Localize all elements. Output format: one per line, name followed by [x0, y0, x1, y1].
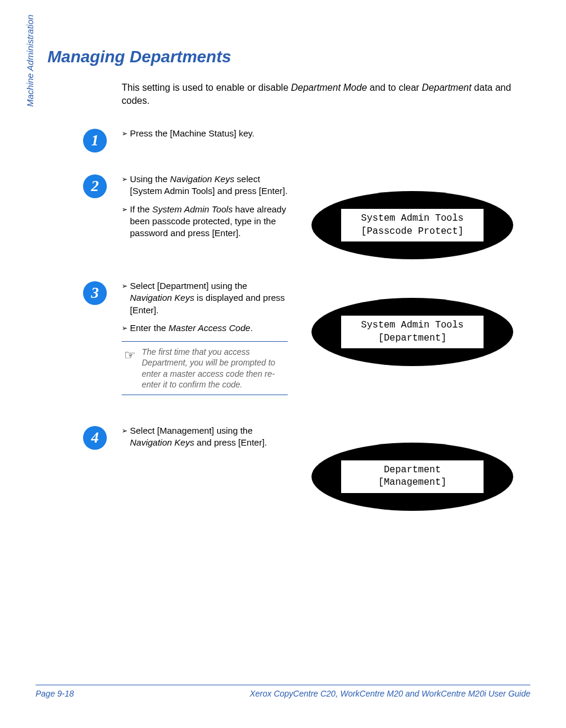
display-column: System Admin Tools [Passcode Protect] — [288, 173, 530, 259]
step-body: ➢ Select [Department] using the Navigati… — [122, 280, 288, 395]
lcd-screen: Department [Management] — [341, 460, 484, 493]
italic-text: Navigation Keys — [130, 293, 194, 303]
lcd-line-1: System Admin Tools — [361, 319, 464, 332]
pointing-hand-icon: ☞ — [124, 346, 142, 390]
bullet-item: ➢ Press the [Machine Status] key. — [122, 128, 288, 139]
italic-text: System Admin Tools — [152, 204, 233, 214]
text: Select [Management] using the — [130, 425, 253, 435]
note-box: ☞ The first time that you access Departm… — [122, 341, 288, 395]
step-number-icon: 2 — [83, 174, 107, 198]
page-title: Managing Departments — [47, 47, 530, 66]
text: and press [Enter]. — [194, 437, 267, 447]
bullet-text: Select [Department] using the Navigation… — [130, 280, 288, 316]
italic-text: Master Access Code — [168, 323, 250, 333]
lcd-screen: System Admin Tools [Passcode Protect] — [341, 209, 484, 241]
step-number-icon: 3 — [83, 281, 107, 305]
lcd-line-2: [Management] — [378, 476, 446, 489]
bullet-item: ➢ Using the Navigation Keys select [Syst… — [122, 173, 288, 198]
lcd-display: System Admin Tools [Passcode Protect] — [311, 191, 513, 259]
lcd-line-1: System Admin Tools — [361, 212, 464, 225]
step-body: ➢ Press the [Machine Status] key. — [122, 128, 288, 145]
step-body: ➢ Using the Navigation Keys select [Syst… — [122, 173, 288, 245]
bullet-icon: ➢ — [122, 322, 130, 334]
footer-guide-title: Xerox CopyCentre C20, WorkCentre M20 and… — [250, 689, 530, 698]
intro-text: This setting is used to enable or disabl… — [122, 82, 291, 93]
text: Using the — [130, 174, 170, 184]
bullet-text: If the System Admin Tools have already b… — [130, 204, 288, 240]
lcd-display: System Admin Tools [Department] — [311, 298, 513, 366]
side-label: Machine Administration — [25, 15, 35, 107]
bullet-item: ➢ Enter the Master Access Code. — [122, 322, 288, 334]
lcd-screen: System Admin Tools [Department] — [341, 316, 484, 348]
display-column: Department [Management] — [288, 425, 530, 511]
bullet-item: ➢ Select [Department] using the Navigati… — [122, 280, 288, 316]
bullet-text: Using the Navigation Keys select [System… — [130, 173, 288, 198]
step-4: 4 ➢ Select [Management] using the Naviga… — [83, 425, 530, 511]
text: If the — [130, 204, 152, 214]
text: Select [Department] using the — [130, 281, 247, 291]
intro-paragraph: This setting is used to enable or disabl… — [122, 81, 524, 107]
step-number-icon: 1 — [83, 129, 107, 152]
note-text: The first time that you access Departmen… — [142, 346, 285, 390]
bullet-icon: ➢ — [122, 280, 130, 316]
bullet-icon: ➢ — [122, 204, 130, 240]
italic-text: Navigation Keys — [170, 174, 234, 184]
text: . — [250, 323, 253, 333]
bullet-icon: ➢ — [122, 425, 130, 449]
page: Machine Administration Managing Departme… — [0, 0, 566, 728]
step-body: ➢ Select [Management] using the Navigati… — [122, 425, 288, 455]
step-2: 2 ➢ Using the Navigation Keys select [Sy… — [83, 173, 530, 259]
footer: Page 9-18 Xerox CopyCentre C20, WorkCent… — [36, 685, 530, 698]
bullet-item: ➢ If the System Admin Tools have already… — [122, 204, 288, 240]
bullet-text: Enter the Master Access Code. — [130, 322, 253, 334]
bullet-text: Select [Management] using the Navigation… — [130, 425, 288, 449]
bullet-icon: ➢ — [122, 128, 130, 139]
bullet-item: ➢ Select [Management] using the Navigati… — [122, 425, 288, 449]
lcd-line-2: [Passcode Protect] — [361, 225, 464, 239]
lcd-line-2: [Department] — [378, 332, 446, 345]
footer-page-number: Page 9-18 — [36, 689, 74, 698]
lcd-line-1: Department — [384, 464, 441, 477]
lcd-display: Department [Management] — [311, 443, 513, 511]
step-1: 1 ➢ Press the [Machine Status] key. — [83, 128, 530, 152]
bullet-icon: ➢ — [122, 173, 130, 198]
intro-text: and to clear — [367, 82, 422, 93]
intro-italic-2: Department — [422, 82, 472, 93]
step-3: 3 ➢ Select [Department] using the Naviga… — [83, 280, 530, 395]
intro-italic-1: Department Mode — [291, 82, 367, 93]
step-number-icon: 4 — [83, 426, 107, 450]
display-column: System Admin Tools [Department] — [288, 280, 530, 366]
italic-text: Navigation Keys — [130, 437, 194, 447]
text: Enter the — [130, 323, 168, 333]
bullet-text: Press the [Machine Status] key. — [130, 128, 255, 139]
